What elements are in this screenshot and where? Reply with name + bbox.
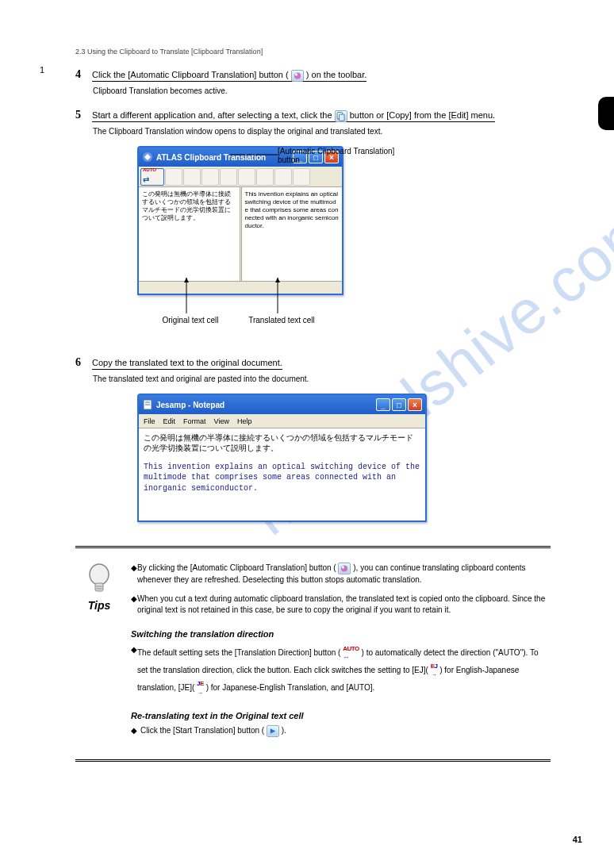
svg-point-1 [295,73,297,75]
notepad-text-area[interactable]: この発明は無機の半導体に接続するいくつかの領域を包括するマルチモードの光学切換装… [139,428,425,520]
horizontal-rule [75,546,551,548]
callout-line [230,151,278,159]
menu-format[interactable]: Format [183,417,206,425]
tip-1a: By clicking the [Automatic Clipboard Tra… [137,563,336,572]
app-icon [142,152,153,163]
svg-point-16 [342,567,344,569]
breadcrumb: 2.3 Using the Clipboard to Translate [Cl… [75,48,551,56]
svg-point-0 [294,72,301,79]
tip-2: When you cut a text during automatic cli… [137,593,551,616]
toolbar-button[interactable] [238,168,255,186]
step-num-6: 6 [75,355,90,371]
step5-text-b: button or [Copy] from the [Edit] menu. [350,110,495,120]
horizontal-rule [75,759,551,762]
clipboard-auto-icon [338,563,351,574]
tips-label: Tips [75,599,123,612]
callout-auto-button: [Automatic Clipboard Translation] button [278,147,405,164]
bullet-icon: ◆ [131,644,137,702]
step6-text: Copy the translated text to the original… [92,358,282,370]
toolbar-button[interactable] [220,168,237,186]
ej-icon: EJ→ [431,662,438,679]
step6-body: The translated text and original are pas… [93,374,551,385]
toolbar-button[interactable] [293,168,310,186]
copy-icon [335,110,347,122]
translated-text-pane[interactable]: This invention explains an optical switc… [242,187,343,281]
svg-rect-3 [339,114,344,121]
step5-body: The Clipboard Translation window opens t… [93,126,551,137]
bullet-icon: ◆ [131,725,140,742]
auto-direction-icon: AUTO↔ [343,644,359,662]
step-5: 5 Start a different application and, aft… [75,107,551,136]
page-number: 41 [573,835,582,844]
clipboard-auto-icon [291,70,304,82]
step5-text-a: Start a different application and, after… [92,110,332,120]
step-6: 6 Copy the translated text to the origin… [75,355,551,384]
arrow-diagram [95,274,301,321]
close-button[interactable]: × [408,398,422,411]
tips-section: Tips ◆ By clicking the [Automatic Clipbo… [75,563,551,745]
svg-rect-12 [95,583,103,591]
start-translation-icon [267,725,279,737]
auto-clipboard-translate-button[interactable]: AUTO⇄ [140,168,164,186]
toolbar-button[interactable] [183,168,201,186]
menu-file[interactable]: File [144,417,155,425]
toolbar-button[interactable] [274,168,292,186]
lightbulb-icon [86,563,113,597]
step4-body: Clipboard Translation becomes active. [93,86,551,97]
step-num-5: 5 [75,107,90,123]
toolbar-button[interactable] [201,168,219,186]
step-4: 4 Click the [Automatic Clipboard Transla… [75,67,551,96]
svg-point-15 [341,566,347,572]
translation-direction-button[interactable] [165,168,182,186]
je-icon: JE→ [197,679,204,697]
menubar: File Edit Format View Help [139,414,425,428]
notepad-icon [142,399,153,410]
tips-heading-retranslate: Re-translating text in the Original text… [131,710,551,722]
menu-edit[interactable]: Edit [163,417,176,425]
notepad-window: Jesamp - Notepad _ □ × File Edit Format … [137,394,427,522]
window-title: Jesamp - Notepad [156,401,373,409]
tips-heading-direction: Switching the translation direction [131,628,551,640]
menu-help[interactable]: Help [237,417,252,425]
toolbar: AUTO⇄ [139,167,342,187]
minimize-button[interactable]: _ [376,398,390,411]
label-translated-cell: Translated text cell [242,316,321,325]
tip-retrans-a: Click the [Start Translation] button ( [140,726,264,735]
toolbar-button[interactable] [256,168,274,186]
atlas-clipboard-window: ATLAS Clipboard Translation _ □ × AUTO⇄ … [137,146,343,295]
step4-text-b: ) on the toolbar. [306,70,366,79]
tip-retrans-b: ). [282,726,286,735]
label-original-cell: Original text cell [155,316,226,325]
bullet-icon: ◆ [131,563,137,590]
tip-dir-a: The default setting sets the [Translatio… [137,648,340,657]
tip-dir-d: ) for Japanese-English Translation, and … [206,683,375,692]
titlebar: Jesamp - Notepad _ □ × [139,395,425,414]
step-num-4: 4 [75,67,90,83]
notepad-en-text: This invention explains an optical switc… [144,462,420,494]
notepad-jp-text: この発明は無機の半導体に接続するいくつかの領域を包括するマルチモードの光学切換装… [144,433,420,454]
maximize-button[interactable]: □ [392,398,406,411]
menu-view[interactable]: View [214,417,229,425]
bullet-icon: ◆ [131,593,137,620]
original-text-pane[interactable]: この発明は無機の半導体に接続するいくつかの領域を包括するマルチモードの光学切換装… [139,187,240,281]
svg-point-11 [90,564,109,585]
step4-text-a: Click the [Automatic Clipboard Translati… [92,70,289,79]
